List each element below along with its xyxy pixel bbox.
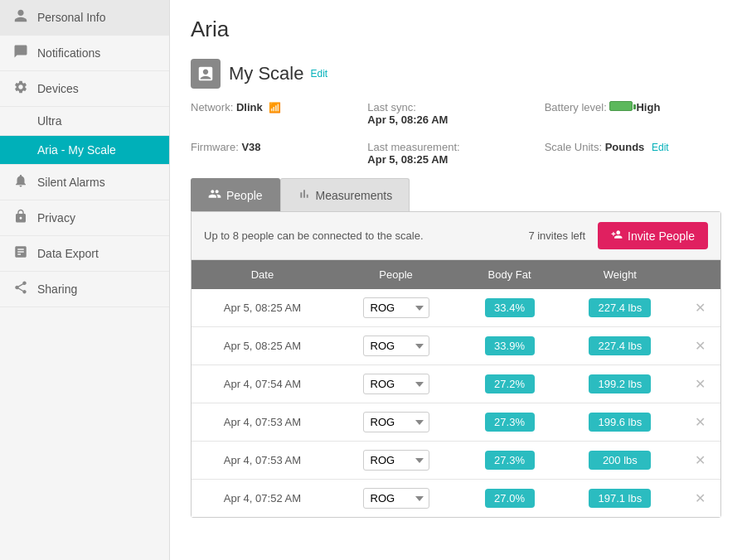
network-info: Network: Dlink 📶	[191, 101, 367, 126]
battery-label: Battery level:	[545, 101, 607, 113]
person-select[interactable]: ROG	[363, 488, 429, 509]
col-body-fat: Body Fat	[458, 260, 560, 289]
sidebar-item-notifications[interactable]: Notifications	[0, 36, 169, 71]
network-value: Dlink	[236, 101, 263, 113]
sidebar-item-data-export[interactable]: Data Export	[0, 236, 169, 272]
battery-info: Battery level: High	[545, 101, 721, 126]
last-measurement-info: Last measurement: Apr 5, 08:25 AM	[367, 141, 544, 166]
device-edit-link[interactable]: Edit	[310, 68, 327, 80]
invite-button-label: Invite People	[628, 229, 695, 243]
col-people: People	[333, 260, 459, 289]
col-actions	[680, 260, 720, 289]
sidebar-label-sharing: Sharing	[37, 282, 77, 296]
cell-remove: ✕	[680, 327, 720, 365]
cell-weight: 199.6 lbs	[560, 403, 680, 442]
battery-indicator	[609, 101, 633, 111]
last-sync-label: Last sync:	[367, 101, 416, 113]
cell-weight: 197.1 lbs	[560, 480, 680, 518]
invite-bar: Up to 8 people can be connected to the s…	[192, 212, 720, 260]
cell-date: Apr 4, 07:53 AM	[192, 442, 333, 480]
page-title: Aria	[191, 17, 721, 42]
sidebar-label-aria-my-scale: Aria - My Scale	[37, 143, 116, 157]
sidebar-item-aria-my-scale[interactable]: Aria - My Scale	[0, 136, 169, 165]
person-icon	[12, 8, 29, 27]
person-select[interactable]: ROG	[363, 412, 429, 432]
share-icon	[12, 280, 29, 298]
weight-badge: 227.4 lbs	[589, 336, 651, 355]
firmware-value: V38	[241, 141, 260, 153]
tab-people[interactable]: People	[191, 178, 280, 211]
device-header: My Scale Edit	[191, 59, 721, 89]
sidebar-item-personal-info[interactable]: Personal Info	[0, 0, 169, 36]
firmware-label: Firmware:	[191, 141, 239, 153]
cell-date: Apr 5, 08:25 AM	[192, 289, 333, 327]
cell-person: ROG	[333, 480, 459, 518]
body-fat-badge: 27.3%	[485, 413, 535, 432]
cell-body-fat: 27.0%	[458, 480, 560, 518]
sidebar-label-personal-info: Personal Info	[37, 11, 106, 24]
invite-icon	[611, 229, 623, 243]
table-header-row: Date People Body Fat Weight	[192, 260, 720, 289]
sidebar-item-devices[interactable]: Devices	[0, 71, 169, 107]
remove-button[interactable]: ✕	[690, 374, 710, 393]
sidebar-item-privacy[interactable]: Privacy	[0, 200, 169, 236]
remove-button[interactable]: ✕	[690, 298, 710, 317]
person-select[interactable]: ROG	[363, 336, 429, 356]
bell-icon	[12, 173, 29, 191]
cell-weight: 227.4 lbs	[560, 289, 680, 327]
invite-text: Up to 8 people can be connected to the s…	[204, 229, 424, 242]
cell-weight: 199.2 lbs	[560, 365, 680, 403]
cell-remove: ✕	[680, 442, 720, 480]
people-tab-icon	[208, 187, 221, 203]
sidebar: Personal Info Notifications Devices Ultr…	[0, 0, 170, 560]
scale-units-info: Scale Units: Pounds Edit	[545, 141, 721, 166]
remove-button[interactable]: ✕	[690, 413, 710, 432]
chart-icon	[12, 244, 29, 263]
remove-button[interactable]: ✕	[690, 336, 710, 355]
tab-measurements[interactable]: Measurements	[280, 178, 410, 211]
remove-button[interactable]: ✕	[690, 489, 710, 508]
scale-units-edit-link[interactable]: Edit	[652, 142, 669, 153]
cell-date: Apr 5, 08:25 AM	[192, 327, 333, 365]
tab-people-label: People	[226, 189, 263, 202]
person-select[interactable]: ROG	[363, 374, 429, 394]
device-info: Network: Dlink 📶 Last sync: Apr 5, 08:26…	[191, 101, 721, 166]
sidebar-item-ultra[interactable]: Ultra	[0, 107, 169, 136]
body-fat-badge: 33.4%	[485, 298, 535, 317]
invite-people-button[interactable]: Invite People	[598, 222, 708, 249]
sidebar-label-devices: Devices	[37, 82, 79, 95]
body-fat-badge: 33.9%	[485, 336, 535, 355]
main-content: Aria My Scale Edit Network: Dlink 📶 Last…	[170, 0, 742, 560]
sidebar-label-ultra: Ultra	[37, 114, 62, 128]
chat-icon	[12, 44, 29, 62]
table-row: Apr 4, 07:54 AM ROG 27.2% 199.2 lbs ✕	[192, 365, 720, 403]
scale-units-label: Scale Units:	[545, 141, 602, 153]
cell-person: ROG	[333, 442, 459, 480]
weight-badge: 227.4 lbs	[589, 298, 651, 317]
col-date: Date	[192, 260, 333, 289]
col-weight: Weight	[560, 260, 680, 289]
cell-date: Apr 4, 07:54 AM	[192, 365, 333, 403]
weight-badge: 199.6 lbs	[589, 413, 651, 432]
cell-remove: ✕	[680, 403, 720, 442]
cell-body-fat: 33.4%	[458, 289, 560, 327]
sidebar-label-privacy: Privacy	[37, 211, 75, 224]
sidebar-item-sharing[interactable]: Sharing	[0, 272, 169, 307]
sidebar-label-silent-alarms: Silent Alarms	[37, 176, 105, 189]
table-row: Apr 4, 07:52 AM ROG 27.0% 197.1 lbs ✕	[192, 480, 720, 518]
sidebar-item-silent-alarms[interactable]: Silent Alarms	[0, 165, 169, 200]
gear-icon	[12, 80, 29, 98]
cell-body-fat: 27.3%	[458, 442, 560, 480]
person-select[interactable]: ROG	[363, 450, 429, 471]
lock-icon	[12, 209, 29, 227]
network-label: Network:	[191, 101, 233, 113]
cell-weight: 227.4 lbs	[560, 327, 680, 365]
battery-value: High	[636, 101, 660, 113]
table-row: Apr 5, 08:25 AM ROG 33.4% 227.4 lbs ✕	[192, 289, 720, 327]
sidebar-label-data-export: Data Export	[37, 247, 99, 260]
remove-button[interactable]: ✕	[690, 451, 710, 470]
person-select[interactable]: ROG	[363, 297, 429, 318]
sidebar-label-notifications: Notifications	[37, 46, 100, 60]
table-row: Apr 4, 07:53 AM ROG 27.3% 199.6 lbs ✕	[192, 403, 720, 442]
cell-body-fat: 27.3%	[458, 403, 560, 442]
